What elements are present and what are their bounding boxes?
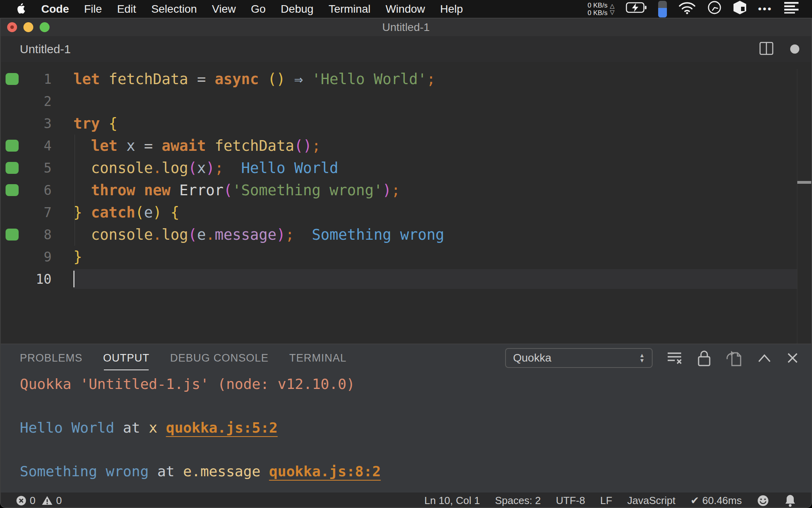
scrollbar-track[interactable]: [797, 69, 797, 344]
code-token: await: [162, 137, 215, 154]
encoding-setting[interactable]: UTF-8: [556, 495, 585, 507]
output-console: Quokka 'Untitled-1.js' (node: v12.10.0) …: [20, 375, 381, 506]
code-token: (: [188, 160, 197, 177]
maximize-panel-icon[interactable]: [756, 353, 772, 363]
panel-tab-debug-console[interactable]: DEBUG CONSOLE: [170, 344, 269, 372]
list-menu-icon[interactable]: [783, 2, 799, 16]
code-token: Hello World: [224, 160, 339, 177]
text-cursor: [73, 271, 75, 287]
line-number: 9: [1, 249, 52, 265]
code-token: .: [153, 226, 162, 243]
apple-menu-icon[interactable]: [16, 3, 26, 15]
select-arrows-icon: ▲ ▼: [639, 353, 645, 363]
cursor-position[interactable]: Ln 10, Col 1: [424, 495, 480, 507]
code-line[interactable]: 1 let fetchData = async () ⇒ 'Hello Worl…: [1, 68, 811, 90]
code-token: ;: [285, 226, 294, 243]
scroll-lock-icon[interactable]: [696, 349, 712, 367]
window-title: Untitled-1: [1, 18, 811, 36]
clear-output-icon[interactable]: [666, 350, 683, 366]
line-number: 8: [1, 227, 52, 242]
menu-item-help[interactable]: Help: [440, 3, 463, 15]
code-token: catch: [91, 204, 135, 221]
code-line[interactable]: 9 }: [1, 246, 811, 268]
output-line: Something wrong at e.message quokka.js:8…: [20, 462, 381, 480]
line-number: 3: [1, 116, 52, 131]
editor-tab-untitled-1[interactable]: Untitled-1: [1, 42, 71, 56]
cube-app-icon[interactable]: [733, 0, 747, 18]
menu-item-go[interactable]: Go: [251, 3, 266, 15]
code-token: [73, 226, 91, 243]
blue-indicator-icon[interactable]: [658, 1, 667, 17]
language-mode[interactable]: JavaScript: [627, 495, 675, 507]
line-number: 4: [1, 138, 52, 154]
panel-tab-output[interactable]: OUTPUT: [103, 344, 149, 372]
notifications-bell-icon[interactable]: [784, 494, 796, 507]
code-line[interactable]: 4 let x = await fetchData();: [1, 135, 811, 157]
code-token: 'Something wrong': [232, 182, 383, 199]
code-token: Quokka 'Untitled-1.js' (node: v12.10.0): [20, 376, 355, 392]
panel-tab-problems[interactable]: PROBLEMS: [20, 344, 82, 372]
code-text: }: [73, 248, 82, 266]
output-line: Hello World at x quokka.js:5:2: [20, 419, 381, 436]
network-speed-indicator[interactable]: 0 KB/s 0 KB/s △ ▽: [588, 2, 615, 17]
menu-item-view[interactable]: View: [212, 3, 236, 15]
code-editor[interactable]: 1 let fetchData = async () ⇒ 'Hello Worl…: [1, 62, 811, 344]
code-token: (: [188, 226, 197, 243]
battery-charging-icon[interactable]: [626, 2, 647, 16]
code-token: }: [73, 248, 82, 266]
line-number: 2: [1, 94, 52, 109]
quokka-run-time[interactable]: ✔ 60.46ms: [690, 495, 742, 507]
code-line[interactable]: 2: [1, 90, 811, 112]
menu-item-code[interactable]: Code: [41, 3, 69, 15]
code-token: [73, 160, 91, 177]
code-text: console.log(e.message); Something wrong: [73, 226, 444, 243]
close-panel-icon[interactable]: [786, 351, 799, 365]
unsaved-changes-dot-icon[interactable]: [790, 44, 799, 54]
output-channel-select[interactable]: Quokka ▲ ▼: [505, 348, 653, 368]
output-file-link[interactable]: quokka.js:8:2: [269, 463, 381, 479]
menu-item-file[interactable]: File: [84, 3, 102, 15]
screen: Code File Edit Selection View Go Debug T…: [0, 0, 812, 508]
menu-item-edit[interactable]: Edit: [117, 3, 136, 15]
code-token: .: [206, 226, 214, 243]
menu-bar: Code File Edit Selection View Go Debug T…: [0, 0, 812, 18]
wifi-icon[interactable]: [678, 1, 696, 17]
clock-icon[interactable]: [707, 0, 722, 17]
title-bar: Untitled-1: [1, 18, 811, 36]
eol-setting[interactable]: LF: [600, 495, 612, 507]
indentation-setting[interactable]: Spaces: 2: [495, 495, 541, 507]
menu-item-window[interactable]: Window: [385, 3, 425, 15]
code-token: console: [91, 226, 153, 243]
open-log-file-icon[interactable]: [726, 349, 743, 367]
menu-item-selection[interactable]: Selection: [151, 3, 197, 15]
code-text: let fetchData = async () ⇒ 'Hello World'…: [73, 71, 435, 88]
output-line: Quokka 'Untitled-1.js' (node: v12.10.0): [20, 375, 381, 393]
code-token: 'Hello World': [312, 71, 427, 88]
split-editor-icon[interactable]: [759, 41, 774, 57]
line-number: 5: [1, 160, 52, 176]
net-down-speed: 0 KB/s: [588, 9, 607, 17]
feedback-smiley-icon[interactable]: [757, 495, 769, 507]
menu-item-terminal[interactable]: Terminal: [329, 3, 371, 15]
code-text: throw new Error('Something wrong');: [73, 182, 400, 199]
code-token: [73, 137, 91, 154]
code-token: Something wrong: [20, 463, 149, 479]
output-file-link[interactable]: quokka.js:5:2: [166, 419, 278, 436]
code-line[interactable]: 7 } catch(e) {: [1, 201, 811, 223]
menu-item-debug[interactable]: Debug: [281, 3, 314, 15]
code-text: } catch(e) {: [73, 204, 179, 221]
code-line[interactable]: 6 throw new Error('Something wrong');: [1, 179, 811, 201]
code-token: x: [126, 137, 144, 154]
code-line-current[interactable]: 10: [1, 268, 811, 290]
code-line[interactable]: 3 try {: [1, 112, 811, 135]
net-down-arrow-icon: ▽: [610, 9, 615, 15]
code-token: let: [91, 137, 126, 154]
code-token: try: [73, 115, 109, 132]
panel-tab-terminal[interactable]: TERMINAL: [289, 344, 347, 372]
menu-bar-status-icons: 0 KB/s 0 KB/s △ ▽ •••: [588, 0, 812, 18]
code-token: async: [214, 71, 268, 88]
code-line[interactable]: 8 console.log(e.message); Something wron…: [1, 223, 811, 246]
overflow-dots-icon[interactable]: •••: [758, 3, 772, 15]
line-number: 10: [1, 271, 52, 287]
code-line[interactable]: 5 console.log(x); Hello World: [1, 157, 811, 179]
